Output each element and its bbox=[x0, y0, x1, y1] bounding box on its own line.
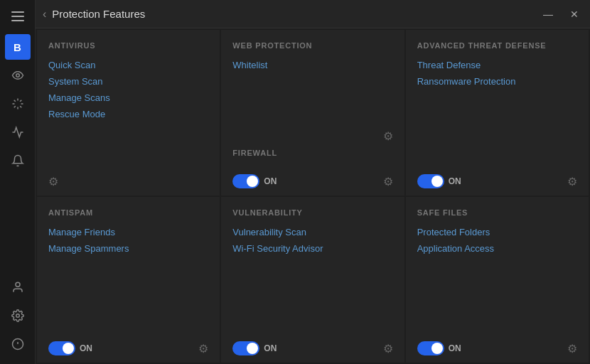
eye-icon bbox=[11, 69, 24, 82]
card-gear-icon-safe-files[interactable]: ⚙ bbox=[567, 342, 577, 355]
bell-icon bbox=[11, 154, 24, 167]
main-content: ‹ Protection Features — ✕ ANTIVIRUS Quic… bbox=[36, 0, 590, 364]
svg-point-10 bbox=[16, 314, 19, 318]
toggle-wrap-advanced-threat-defense: ON bbox=[417, 174, 461, 188]
toggle-wrap-vulnerability: ON bbox=[232, 341, 277, 355]
back-button[interactable]: ‹ bbox=[43, 8, 46, 21]
card-gear-icon-vulnerability[interactable]: ⚙ bbox=[383, 342, 393, 355]
svg-line-3 bbox=[14, 100, 15, 102]
card-advanced-threat-defense: ADVANCED THREAT DEFENSE Threat DefenseRa… bbox=[406, 30, 589, 196]
link-application-access[interactable]: Application Access bbox=[417, 243, 577, 254]
card-footer-advanced-threat-defense: ON ⚙ bbox=[417, 168, 577, 188]
card-safe-files: SAFE FILES Protected FoldersApplication … bbox=[406, 197, 589, 363]
toggle-web-protection[interactable] bbox=[232, 174, 259, 188]
card-links-safe-files: Protected FoldersApplication Access bbox=[417, 227, 577, 328]
card-gear-icon-antivirus[interactable]: ⚙ bbox=[48, 175, 58, 188]
tools-icon bbox=[11, 97, 24, 110]
card-footer-web-protection: ON ⚙ bbox=[232, 168, 392, 188]
link-quick-scan[interactable]: Quick Scan bbox=[48, 60, 208, 70]
sidebar-item-info[interactable] bbox=[5, 331, 31, 357]
sidebar-item-eye[interactable] bbox=[5, 63, 31, 88]
toggle-safe-files[interactable] bbox=[417, 341, 444, 355]
card-title-web-protection: WEB PROTECTION bbox=[232, 41, 392, 50]
sidebar-item-user[interactable] bbox=[5, 274, 31, 300]
card-footer-antispam: ON ⚙ bbox=[48, 336, 208, 355]
svg-point-0 bbox=[16, 74, 19, 77]
card-links-antispam: Manage FriendsManage Spammers bbox=[48, 227, 208, 328]
sidebar-item-tools[interactable] bbox=[5, 91, 31, 117]
toggle-antispam[interactable] bbox=[48, 341, 75, 355]
toggle-wrap-web-protection: ON bbox=[232, 174, 277, 188]
toggle-advanced-threat-defense[interactable] bbox=[417, 174, 444, 188]
link-threat-defense[interactable]: Threat Defense bbox=[417, 60, 577, 70]
titlebar: ‹ Protection Features — ✕ bbox=[36, 0, 590, 28]
card-links-vulnerability: Vulnerability ScanWi-Fi Security Advisor bbox=[232, 227, 392, 328]
link-protected-folders[interactable]: Protected Folders bbox=[417, 227, 577, 237]
card-vulnerability: VULNERABILITY Vulnerability ScanWi-Fi Se… bbox=[221, 197, 404, 363]
toggle-label-web-protection: ON bbox=[264, 176, 277, 186]
toggle-label-safe-files: ON bbox=[449, 343, 461, 353]
link-system-scan[interactable]: System Scan bbox=[48, 76, 208, 87]
card-web-protection: WEB PROTECTION Whitelist ⚙ FIREWALL ON ⚙ bbox=[221, 30, 404, 196]
link-wifi-security-advisor[interactable]: Wi-Fi Security Advisor bbox=[232, 243, 392, 254]
link-manage-friends[interactable]: Manage Friends bbox=[48, 227, 208, 237]
link-whitelist[interactable]: Whitelist bbox=[232, 60, 392, 70]
sidebar: B bbox=[0, 0, 36, 364]
web-protection-gear-icon[interactable]: ⚙ bbox=[383, 129, 393, 143]
card-gear-icon-advanced-threat-defense[interactable]: ⚙ bbox=[567, 175, 577, 188]
minimize-button[interactable]: — bbox=[539, 7, 557, 21]
card-footer-antivirus: ⚙ bbox=[48, 169, 208, 188]
card-title-antivirus: ANTIVIRUS bbox=[48, 41, 208, 50]
svg-point-9 bbox=[16, 282, 20, 287]
analytics-icon bbox=[11, 126, 24, 139]
card-links-antivirus: Quick ScanSystem ScanManage ScansRescue … bbox=[48, 60, 208, 162]
gear-icon bbox=[11, 309, 24, 322]
close-button[interactable]: ✕ bbox=[566, 7, 583, 21]
card-title-safe-files: SAFE FILES bbox=[417, 208, 577, 217]
svg-line-7 bbox=[14, 106, 15, 107]
bitdefender-logo: B bbox=[14, 41, 21, 53]
info-icon bbox=[11, 338, 24, 350]
sidebar-item-analytics[interactable] bbox=[5, 119, 31, 145]
window-controls: — ✕ bbox=[539, 7, 583, 21]
card-links-web-protection: Whitelist bbox=[232, 60, 392, 127]
toggle-wrap-antispam: ON bbox=[48, 341, 92, 355]
link-rescue-mode[interactable]: Rescue Mode bbox=[48, 109, 208, 119]
toggle-label-vulnerability: ON bbox=[264, 343, 277, 353]
toggle-vulnerability[interactable] bbox=[232, 341, 259, 355]
svg-line-8 bbox=[20, 100, 21, 102]
card-gear-icon-antispam[interactable]: ⚙ bbox=[198, 342, 208, 355]
card-title-antispam: ANTISPAM bbox=[48, 208, 208, 217]
card-title-advanced-threat-defense: ADVANCED THREAT DEFENSE bbox=[417, 41, 577, 50]
hamburger-button[interactable] bbox=[7, 6, 28, 27]
svg-line-4 bbox=[20, 106, 21, 107]
sidebar-item-bell[interactable] bbox=[5, 148, 31, 173]
card-antivirus: ANTIVIRUS Quick ScanSystem ScanManage Sc… bbox=[37, 30, 220, 196]
card-links-advanced-threat-defense: Threat DefenseRansomware Protection bbox=[417, 60, 577, 161]
toggle-wrap-safe-files: ON bbox=[417, 341, 461, 355]
link-manage-scans[interactable]: Manage Scans bbox=[48, 92, 208, 103]
sidebar-item-bitdefender[interactable]: B bbox=[5, 34, 31, 60]
cards-grid: ANTIVIRUS Quick ScanSystem ScanManage Sc… bbox=[36, 28, 590, 364]
link-vulnerability-scan[interactable]: Vulnerability Scan bbox=[232, 227, 392, 237]
card-title-vulnerability: VULNERABILITY bbox=[232, 208, 392, 217]
link-manage-spammers[interactable]: Manage Spammers bbox=[48, 243, 208, 254]
page-title: Protection Features bbox=[52, 8, 539, 20]
sidebar-item-settings[interactable] bbox=[5, 303, 31, 328]
link-ransomware-protection[interactable]: Ransomware Protection bbox=[417, 76, 577, 87]
user-icon bbox=[11, 281, 24, 294]
toggle-label-antispam: ON bbox=[80, 343, 92, 353]
card-footer-safe-files: ON ⚙ bbox=[417, 336, 577, 355]
toggle-label-advanced-threat-defense: ON bbox=[449, 176, 461, 186]
card-footer-vulnerability: ON ⚙ bbox=[232, 336, 392, 355]
card-antispam: ANTISPAM Manage FriendsManage Spammers O… bbox=[37, 197, 220, 363]
card-gear-icon-web-protection[interactable]: ⚙ bbox=[383, 175, 393, 188]
firewall-title: FIREWALL bbox=[232, 149, 392, 157]
